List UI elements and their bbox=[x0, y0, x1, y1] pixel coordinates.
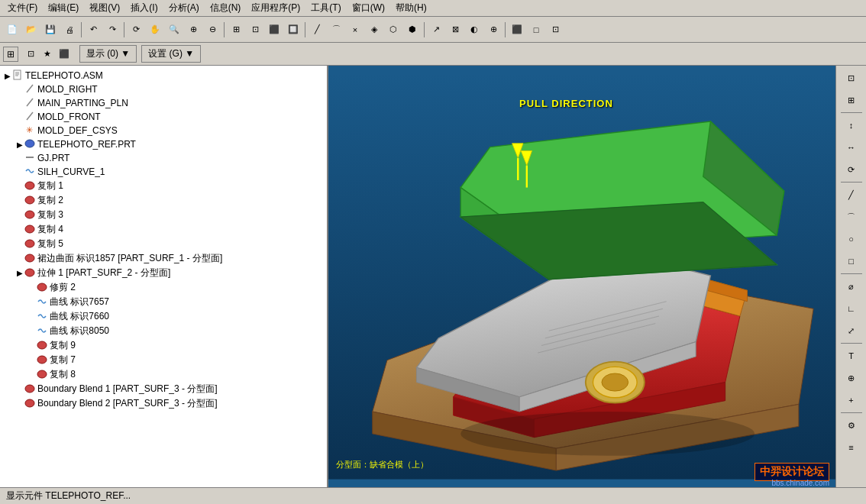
view-btn3[interactable]: ⬛ bbox=[265, 21, 283, 39]
tree-item-copy1[interactable]: 复制 1 bbox=[0, 179, 327, 193]
rt-btn-angle[interactable]: ∟ bbox=[839, 298, 864, 319]
rt-btn-plus[interactable]: + bbox=[839, 389, 864, 411]
rt-btn-dim[interactable]: ⤢ bbox=[839, 320, 864, 341]
rt-btn-measure[interactable]: ⌀ bbox=[839, 276, 864, 297]
rt-btn-pan[interactable]: ↔ bbox=[839, 137, 864, 158]
tool-btn2[interactable]: ⌒ bbox=[327, 21, 345, 39]
print-btn[interactable]: 🖨 bbox=[60, 21, 79, 39]
rt-btn-grid[interactable]: ⊕ bbox=[839, 367, 864, 389]
tool-btn8[interactable]: ⊠ bbox=[446, 21, 464, 39]
tool-btn6[interactable]: ⬢ bbox=[403, 21, 422, 39]
tree-item-copy5[interactable]: 复制 5 bbox=[0, 237, 327, 251]
tool-btn7[interactable]: ↗ bbox=[427, 21, 445, 39]
redo-btn[interactable]: ↷ bbox=[103, 21, 121, 39]
tool-btn3[interactable]: × bbox=[346, 21, 364, 39]
tree-icon-curve7660 bbox=[37, 311, 47, 323]
tool-btn5[interactable]: ⬡ bbox=[384, 21, 402, 39]
tree-item-curve7657[interactable]: 曲线 标识7657 bbox=[0, 295, 327, 309]
tree-expand-telephoto_asm[interactable]: ▶ bbox=[3, 72, 12, 80]
tree-btn1[interactable]: ⊡ bbox=[23, 47, 38, 62]
tree-label-quilt_surf: 裙边曲面 标识1857 [PART_SURF_1 - 分型面] bbox=[37, 252, 222, 265]
tree-item-curve8050[interactable]: 曲线 标识8050 bbox=[0, 324, 327, 338]
tool-btn13[interactable]: ⊡ bbox=[546, 21, 564, 39]
model-tree[interactable]: ▶TELEPHOTO.ASMMOLD_RIGHTMAIN_PARTING_PLN… bbox=[0, 66, 327, 487]
rt-btn-zoom[interactable]: ↕ bbox=[839, 115, 864, 136]
tree-item-copy7[interactable]: 复制 7 bbox=[0, 353, 327, 367]
tree-item-stretch1[interactable]: ▶拉伸 1 [PART_SURF_2 - 分型面] bbox=[0, 266, 327, 280]
rotate-btn[interactable]: ⟳ bbox=[127, 21, 145, 39]
tree-label-curve7657: 曲线 标识7657 bbox=[50, 296, 109, 309]
menu-file[interactable]: 文件(F) bbox=[3, 0, 42, 16]
open-btn[interactable]: 📂 bbox=[22, 21, 40, 39]
tree-item-mold_right[interactable]: MOLD_RIGHT bbox=[0, 82, 327, 96]
rt-btn-arc[interactable]: ⌒ bbox=[839, 206, 864, 228]
pan-btn[interactable]: ✋ bbox=[146, 21, 164, 39]
tree-btn3[interactable]: ⬛ bbox=[57, 47, 72, 62]
tool-btn4[interactable]: ◈ bbox=[365, 21, 383, 39]
pull-direction-label: PULL DIRECTION bbox=[519, 98, 613, 109]
tool-btn10[interactable]: ⊕ bbox=[484, 21, 502, 39]
rt-btn-circle[interactable]: ○ bbox=[839, 228, 864, 250]
tree-icon-gj_prt bbox=[24, 152, 35, 164]
tool-btn9[interactable]: ◐ bbox=[465, 21, 483, 39]
tree-item-telephoto_ref[interactable]: ▶TELEPHOTO_REF.PRT bbox=[0, 137, 327, 151]
display-btn[interactable]: 显示 (0) ▼ bbox=[79, 45, 137, 63]
zoom-in-btn[interactable]: ⊕ bbox=[184, 21, 202, 39]
settings-btn[interactable]: 设置 (G) ▼ bbox=[141, 45, 201, 63]
menu-applications[interactable]: 应用程序(P) bbox=[247, 0, 305, 16]
menu-insert[interactable]: 插入(I) bbox=[126, 0, 162, 16]
tree-item-copy4[interactable]: 复制 4 bbox=[0, 222, 327, 237]
tree-expand-stretch1[interactable]: ▶ bbox=[15, 269, 24, 277]
tree-item-mold_def_csys[interactable]: ✳MOLD_DEF_CSYS bbox=[0, 124, 327, 137]
menu-tools[interactable]: 工具(T) bbox=[306, 0, 345, 16]
menu-info[interactable]: 信息(N) bbox=[205, 0, 246, 16]
tree-item-curve7660[interactable]: 曲线 标识7660 bbox=[0, 309, 327, 324]
view-btn4[interactable]: 🔲 bbox=[284, 21, 302, 39]
tool-btn11[interactable]: ⬛ bbox=[508, 21, 526, 39]
tree-label-mold_front: MOLD_FRONT bbox=[37, 111, 101, 122]
rt-btn-text[interactable]: T bbox=[839, 345, 864, 367]
tool-btn12[interactable]: □ bbox=[527, 21, 545, 39]
tool-btn1[interactable]: ╱ bbox=[308, 21, 326, 39]
menu-analysis[interactable]: 分析(A) bbox=[164, 0, 204, 16]
menu-help[interactable]: 帮助(H) bbox=[391, 0, 431, 16]
zoom-out-btn[interactable]: ⊖ bbox=[203, 21, 221, 39]
tree-item-mold_front[interactable]: MOLD_FRONT bbox=[0, 110, 327, 124]
tree-item-copy9[interactable]: 复制 9 bbox=[0, 338, 327, 353]
view-btn2[interactable]: ⊡ bbox=[246, 21, 264, 39]
tree-item-gj_prt[interactable]: GJ.PRT bbox=[0, 151, 327, 165]
save-btn[interactable]: 💾 bbox=[41, 21, 60, 39]
undo-btn[interactable]: ↶ bbox=[84, 21, 102, 39]
tree-item-silh_curve[interactable]: SILH_CURVE_1 bbox=[0, 165, 327, 179]
menu-view[interactable]: 视图(V) bbox=[85, 0, 124, 16]
rt-btn-line[interactable]: ╱ bbox=[839, 184, 864, 205]
tree-icon-mold_right bbox=[24, 83, 35, 95]
tree-item-trim2[interactable]: 修剪 2 bbox=[0, 280, 327, 295]
tree-icon-curve8050 bbox=[37, 325, 47, 338]
tree-item-boundary2[interactable]: Boundary Blend 2 [PART_SURF_3 - 分型面] bbox=[0, 396, 327, 411]
view-label: 分型面：缺省合模（上） bbox=[336, 459, 428, 470]
tree-icon-copy5 bbox=[24, 238, 35, 250]
sep4 bbox=[305, 22, 305, 37]
tree-item-copy8[interactable]: 复制 8 bbox=[0, 367, 327, 382]
tree-item-copy2[interactable]: 复制 2 bbox=[0, 193, 327, 208]
3d-viewport[interactable]: PULL DIRECTION 分型面：缺省合模（上） 中羿设计论坛 bbs.ch… bbox=[328, 66, 835, 487]
menu-window[interactable]: 窗口(W) bbox=[347, 0, 389, 16]
rt-btn-shading[interactable]: ⊡ bbox=[839, 67, 864, 89]
tree-expand-telephoto_ref[interactable]: ▶ bbox=[15, 141, 24, 149]
zoom-btn[interactable]: 🔍 bbox=[165, 21, 183, 39]
tree-item-telephoto_asm[interactable]: ▶TELEPHOTO.ASM bbox=[0, 69, 327, 82]
rt-btn-settings[interactable]: ⚙ bbox=[839, 415, 864, 436]
tree-item-main_parting_pln[interactable]: MAIN_PARTING_PLN bbox=[0, 96, 327, 110]
tree-item-copy3[interactable]: 复制 3 bbox=[0, 208, 327, 222]
tree-item-boundary1[interactable]: Boundary Blend 1 [PART_SURF_3 - 分型面] bbox=[0, 382, 327, 396]
tree-item-quilt_surf[interactable]: 裙边曲面 标识1857 [PART_SURF_1 - 分型面] bbox=[0, 251, 327, 266]
rt-btn-options[interactable]: ≡ bbox=[839, 437, 864, 458]
rt-btn-rect[interactable]: □ bbox=[839, 250, 864, 272]
rt-btn-wireframe[interactable]: ⊞ bbox=[839, 89, 864, 111]
tree-btn2[interactable]: ★ bbox=[40, 47, 55, 62]
new-btn[interactable]: 📄 bbox=[3, 21, 21, 39]
view-btn1[interactable]: ⊞ bbox=[227, 21, 245, 39]
menu-edit[interactable]: 编辑(E) bbox=[44, 0, 83, 16]
rt-btn-rotate[interactable]: ⟳ bbox=[839, 159, 864, 180]
